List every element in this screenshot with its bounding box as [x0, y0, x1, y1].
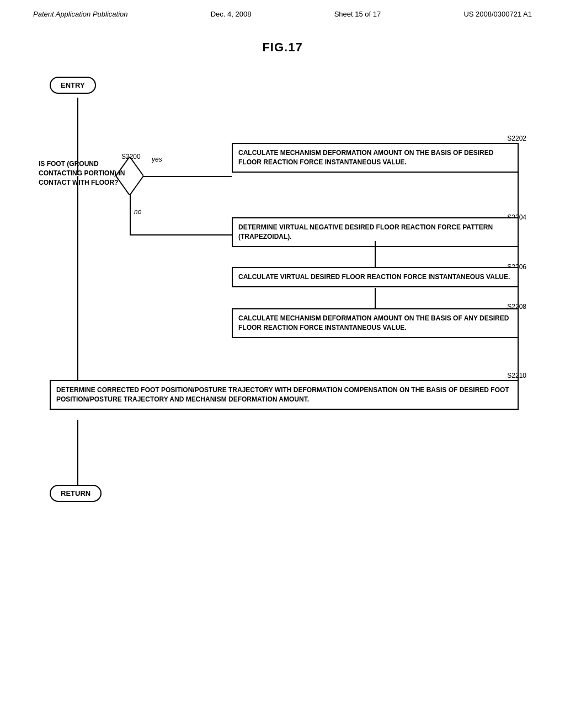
s2208-text: CALCULATE MECHANISM DEFORMATION AMOUNT O…: [238, 314, 509, 331]
header-right: US 2008/0300721 A1: [463, 10, 532, 18]
line-left-main: [77, 176, 78, 384]
s2202-box: CALCULATE MECHANISM DEFORMATION AMOUNT O…: [232, 143, 519, 173]
line-yes-to-s2202: [143, 176, 232, 177]
decision-text: IS FOOT (GROUND CONTACTING PORTION) IN C…: [39, 159, 127, 187]
header-center: Dec. 4, 2008: [211, 10, 252, 18]
yes-branch-label: yes: [152, 156, 162, 163]
s2210-step-label: S2210: [507, 372, 526, 379]
s2206-box: CALCULATE VIRTUAL DESIRED FLOOR REACTION…: [232, 267, 519, 287]
figure-title: FIG.17: [0, 40, 565, 55]
return-node: RETURN: [50, 485, 102, 502]
diagram-area: ENTRY S2200 yes IS FOOT (GROUND CONTACTI…: [33, 71, 532, 568]
s2204-text: DETERMINE VIRTUAL NEGATIVE DESIRED FLOOR…: [238, 223, 493, 240]
s2202-text: CALCULATE MECHANISM DEFORMATION AMOUNT O…: [238, 149, 493, 166]
line-s2206-s2208: [375, 288, 376, 310]
s2210-text: DETERMINE CORRECTED FOOT POSITION/POSTUR…: [56, 386, 509, 403]
no-branch-label: no: [134, 208, 141, 216]
s2210-box: DETERMINE CORRECTED FOOT POSITION/POSTUR…: [50, 380, 519, 410]
s2202-step-label: S2202: [507, 135, 526, 142]
line-s2210-to-return: [77, 420, 78, 485]
s2208-box: CALCULATE MECHANISM DEFORMATION AMOUNT O…: [232, 308, 519, 338]
header-left: Patent Application Publication: [33, 10, 128, 18]
entry-node: ENTRY: [50, 77, 96, 94]
line-s2202-to-rconn: [518, 159, 519, 160]
line-no-down: [130, 195, 131, 235]
s2206-text: CALCULATE VIRTUAL DESIRED FLOOR REACTION…: [238, 273, 510, 281]
line-no-right: [130, 234, 232, 235]
page-header: Patent Application Publication Dec. 4, 2…: [0, 0, 565, 24]
line-s2204-s2206: [375, 241, 376, 269]
header-sheet: Sheet 15 of 17: [334, 10, 381, 18]
right-vertical-connector: [518, 159, 519, 352]
